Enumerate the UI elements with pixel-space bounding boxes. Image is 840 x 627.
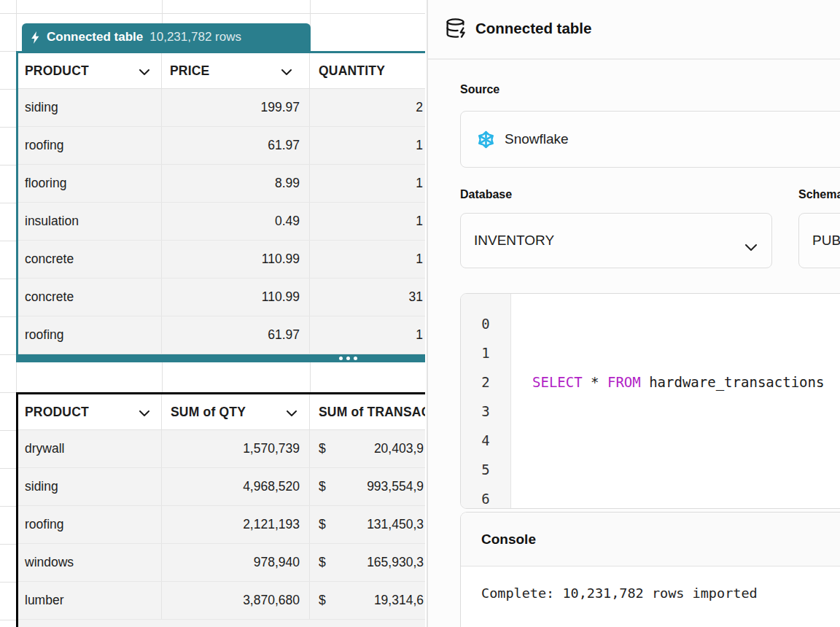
cell-product[interactable]: lumber bbox=[18, 582, 162, 619]
sql-text: * bbox=[583, 374, 607, 390]
schema-label: Schema bbox=[798, 188, 840, 201]
cell-sum-transactions[interactable]: $ 19,314,6 bbox=[310, 582, 425, 619]
source-selector[interactable]: Snowflake bbox=[460, 111, 840, 168]
cell-product[interactable]: windows bbox=[18, 544, 162, 581]
currency-symbol: $ bbox=[319, 479, 326, 494]
amount: 20,403,9 bbox=[374, 441, 424, 456]
cell-sum-transactions[interactable]: $ 993,554,9 bbox=[310, 468, 425, 505]
cell-product[interactable]: roofing bbox=[18, 506, 162, 543]
connected-table-panel: Connected table Source Snowf bbox=[427, 0, 840, 627]
table-row[interactable]: insulation 0.49 1 bbox=[18, 203, 425, 241]
table-footer-bar bbox=[18, 354, 425, 362]
chevron-down-icon bbox=[287, 405, 297, 420]
cell-price[interactable]: 110.99 bbox=[162, 241, 310, 278]
chevron-down-icon bbox=[745, 238, 757, 254]
amount: 131,450,3 bbox=[367, 517, 424, 532]
currency-symbol: $ bbox=[319, 593, 326, 608]
cell-price[interactable]: 199.97 bbox=[162, 89, 310, 126]
cell-quantity[interactable]: 1 bbox=[310, 203, 425, 240]
schema-value: PUBLIC bbox=[812, 233, 840, 249]
currency-symbol: $ bbox=[319, 555, 326, 570]
schema-select[interactable]: PUBLIC bbox=[798, 213, 840, 268]
table-row[interactable]: concrete 110.99 1 bbox=[18, 241, 425, 279]
cell-sum-transactions[interactable]: $ 131,450,3 bbox=[310, 506, 425, 543]
cell-product[interactable]: siding bbox=[18, 468, 162, 505]
table-more-rows-handle[interactable] bbox=[339, 357, 357, 360]
cell-sum-qty[interactable]: 3,870,680 bbox=[162, 582, 310, 619]
currency-symbol: $ bbox=[319, 441, 326, 456]
cell-quantity[interactable]: 1 bbox=[310, 241, 425, 278]
column-header-label: QUANTITY bbox=[319, 63, 385, 79]
table-header-row: PRODUCT PRICE QUANTITY bbox=[18, 53, 425, 89]
cell-sum-transactions[interactable]: $ 20,403,9 bbox=[310, 430, 425, 467]
cell-quantity[interactable]: 31 bbox=[310, 279, 425, 316]
console-title: Console bbox=[481, 531, 536, 548]
database-value: INVENTORY bbox=[474, 233, 554, 249]
column-header-label: PRICE bbox=[170, 63, 209, 79]
editor-line-numbers: 0 1 2 3 4 5 6 bbox=[461, 294, 511, 508]
cell-product[interactable]: siding bbox=[18, 89, 162, 126]
cell-sum-transactions[interactable]: $ 165,930,3 bbox=[310, 544, 425, 581]
table-header-row: PRODUCT SUM of QTY SUM of TRANSACTIONS bbox=[18, 394, 425, 430]
chevron-down-icon bbox=[139, 405, 149, 420]
source-value: Snowflake bbox=[505, 131, 569, 147]
table-row[interactable]: lumber 3,870,680 $ 19,314,6 bbox=[18, 582, 425, 620]
source-label: Source bbox=[460, 83, 499, 96]
table-row-partial bbox=[18, 620, 425, 627]
panel-title: Connected table bbox=[475, 20, 591, 37]
connected-table-tab[interactable]: Connected table 10,231,782 rows bbox=[22, 23, 311, 51]
column-header-label: PRODUCT bbox=[25, 63, 89, 79]
column-header-price[interactable]: PRICE bbox=[162, 53, 310, 88]
database-select[interactable]: INVENTORY bbox=[460, 213, 772, 268]
column-header-label: PRODUCT bbox=[25, 405, 89, 420]
table-row[interactable]: siding 199.97 2 bbox=[18, 89, 425, 127]
sql-editor[interactable]: 0 1 2 3 4 5 6 SELECT * FROM hardware_tra… bbox=[460, 293, 840, 509]
column-header-sum-transactions[interactable]: SUM of TRANSACTIONS bbox=[310, 394, 425, 429]
cell-quantity[interactable]: 2 bbox=[310, 89, 425, 126]
spreadsheet-grid[interactable]: Connected table 10,231,782 rows PRODUCT … bbox=[0, 0, 427, 627]
cell-price[interactable]: 61.97 bbox=[162, 316, 310, 354]
table-row[interactable]: windows 978,940 $ 165,930,3 bbox=[18, 544, 425, 582]
cell-product[interactable]: drywall bbox=[18, 430, 162, 467]
cell-product[interactable]: insulation bbox=[18, 203, 162, 240]
cell-product[interactable]: flooring bbox=[18, 165, 162, 202]
cell-sum-qty[interactable]: 4,968,520 bbox=[162, 468, 310, 505]
table-row[interactable]: roofing 61.97 1 bbox=[18, 127, 425, 165]
table-row[interactable]: concrete 110.99 31 bbox=[18, 279, 425, 316]
cell-price[interactable]: 0.49 bbox=[162, 203, 310, 240]
cell-price[interactable]: 110.99 bbox=[162, 279, 310, 316]
cell-sum-qty[interactable]: 2,121,193 bbox=[162, 506, 310, 543]
chevron-down-icon bbox=[281, 63, 292, 79]
sql-keyword: FROM bbox=[607, 374, 641, 390]
cell-sum-qty[interactable]: 1,570,739 bbox=[162, 430, 310, 467]
cell-product[interactable]: roofing bbox=[18, 316, 162, 354]
cell-price[interactable]: 61.97 bbox=[162, 127, 310, 164]
panel-title-row: Connected table bbox=[445, 17, 591, 39]
cell-quantity[interactable]: 1 bbox=[310, 316, 425, 354]
table-row[interactable]: roofing 2,121,193 $ 131,450,3 bbox=[18, 506, 425, 544]
column-header-sum-qty[interactable]: SUM of QTY bbox=[162, 394, 310, 429]
cell-price[interactable]: 8.99 bbox=[162, 165, 310, 202]
table-row[interactable]: siding 4,968,520 $ 993,554,9 bbox=[18, 468, 425, 506]
database-label: Database bbox=[460, 188, 512, 201]
app-window: Connected table 10,231,782 rows PRODUCT … bbox=[0, 0, 840, 627]
cell-product[interactable]: concrete bbox=[18, 241, 162, 278]
column-header-quantity[interactable]: QUANTITY bbox=[310, 53, 425, 88]
cell-product[interactable]: roofing bbox=[18, 127, 162, 164]
cell-quantity[interactable]: 1 bbox=[310, 165, 425, 202]
lightning-icon bbox=[31, 31, 40, 44]
cell-quantity[interactable]: 1 bbox=[310, 127, 425, 164]
table-row[interactable]: roofing 61.97 1 bbox=[18, 316, 425, 354]
sql-code[interactable]: SELECT * FROM hardware_transactions bbox=[511, 294, 840, 508]
sql-text: hardware_transactions bbox=[641, 374, 825, 390]
table-row-count-badge: 10,231,782 rows bbox=[149, 30, 241, 44]
summary-data-table: PRODUCT SUM of QTY SUM of TRANSACTIONS d… bbox=[16, 392, 425, 627]
sql-line: SELECT * FROM hardware_transactions bbox=[532, 367, 840, 397]
chevron-down-icon bbox=[139, 63, 149, 79]
cell-product[interactable]: concrete bbox=[18, 279, 162, 316]
column-header-product[interactable]: PRODUCT bbox=[18, 53, 162, 88]
table-row[interactable]: flooring 8.99 1 bbox=[18, 165, 425, 203]
table-row[interactable]: drywall 1,570,739 $ 20,403,9 bbox=[18, 430, 425, 468]
column-header-product[interactable]: PRODUCT bbox=[18, 394, 162, 429]
cell-sum-qty[interactable]: 978,940 bbox=[162, 544, 310, 581]
